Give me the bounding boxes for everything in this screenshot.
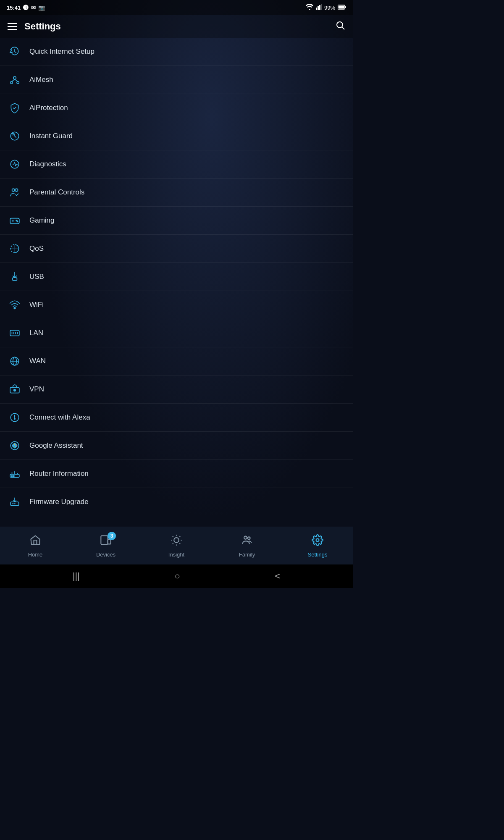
menu-item-firmware-upgrade[interactable]: Firmware Upgrade [0, 488, 353, 516]
menu-item-system-settings[interactable]: System Settings [0, 516, 353, 526]
svg-point-23 [17, 221, 18, 222]
nav-label-home: Home [28, 551, 43, 558]
menu-label-parental-controls: Parental Controls [29, 188, 84, 197]
svg-rect-5 [345, 6, 346, 8]
time-display: 15:41 [7, 5, 21, 11]
header: Settings [0, 15, 353, 38]
status-right: 99% [306, 4, 346, 11]
header-left: Settings [8, 21, 61, 32]
svg-rect-53 [108, 539, 111, 544]
menu-item-wan[interactable]: WAN [0, 347, 353, 375]
google-assistant-icon [8, 439, 21, 452]
battery-icon [338, 5, 346, 11]
aimesh-icon [8, 74, 21, 86]
menu-label-aiprotection: AiProtection [29, 104, 68, 112]
usb-icon [8, 270, 21, 283]
nav-item-family[interactable]: Family [212, 527, 282, 564]
svg-point-10 [10, 81, 13, 84]
diagnostics-icon [8, 158, 21, 171]
svg-rect-2 [319, 5, 320, 10]
signal-icon [316, 4, 322, 11]
svg-point-54 [174, 538, 179, 543]
parental-controls-icon [8, 186, 21, 199]
svg-line-12 [11, 79, 15, 81]
svg-rect-0 [316, 8, 317, 10]
menu-label-diagnostics: Diagnostics [29, 160, 66, 168]
svg-rect-1 [318, 6, 319, 10]
svg-point-15 [12, 134, 14, 135]
nav-item-devices[interactable]: 3 Devices [71, 527, 141, 564]
menu-item-lan[interactable]: LAN [0, 319, 353, 347]
router-info-icon [8, 467, 21, 480]
svg-point-25 [14, 307, 15, 309]
nav-label-settings: Settings [308, 551, 328, 558]
menu-label-wifi: WiFi [29, 301, 44, 309]
menu-item-aimesh[interactable]: AiMesh [0, 66, 353, 94]
wifi-status-icon [306, 4, 313, 11]
notification-icon-3: 📷 [38, 5, 45, 11]
page-title: Settings [24, 21, 61, 32]
svg-rect-3 [321, 4, 322, 10]
family-nav-icon [241, 534, 253, 549]
menu-label-wan: WAN [29, 357, 46, 365]
menu-label-connect-with-alexa: Connect with Alexa [29, 413, 90, 422]
svg-point-38 [10, 441, 19, 450]
menu-button[interactable] [8, 23, 17, 30]
notification-icon-2: ✉ [31, 5, 36, 11]
wan-icon [8, 355, 21, 368]
menu-label-lan: LAN [29, 329, 43, 337]
menu-item-vpn[interactable]: VPN [0, 375, 353, 404]
menu-item-google-assistant[interactable]: Google Assistant [0, 432, 353, 460]
svg-point-11 [17, 81, 19, 84]
svg-point-7 [337, 22, 343, 28]
notification-icon-1: 🅝 [23, 5, 29, 11]
vpn-icon [8, 383, 21, 396]
menu-item-gaming[interactable]: Gaming [0, 207, 353, 235]
menu-label-instant-guard: Instant Guard [29, 132, 73, 140]
menu-item-parental-controls[interactable]: Parental Controls [0, 178, 353, 207]
home-nav-icon [29, 534, 41, 549]
svg-point-55 [244, 536, 247, 539]
menu-item-qos[interactable]: QoS [0, 235, 353, 263]
instant-guard-icon [8, 130, 21, 142]
menu-item-aiprotection[interactable]: AiProtection [0, 94, 353, 122]
lan-icon [8, 327, 21, 339]
nav-badge-devices: 3 [108, 532, 116, 540]
system-settings-icon [8, 524, 21, 526]
recent-apps-button[interactable]: ||| [73, 571, 80, 582]
wifi-icon [8, 299, 21, 311]
svg-rect-6 [339, 5, 344, 8]
nav-label-insight: Insight [168, 551, 184, 558]
svg-point-56 [248, 537, 250, 539]
menu-item-connect-with-alexa[interactable]: Connect with Alexa [0, 404, 353, 432]
menu-item-quick-internet-setup[interactable]: Quick Internet Setup [0, 38, 353, 66]
svg-line-13 [15, 79, 18, 81]
android-nav-bar: ||| ○ < [0, 564, 353, 588]
menu-label-firmware-upgrade: Firmware Upgrade [29, 498, 89, 506]
settings-menu-list: Quick Internet Setup AiMesh AiProtection… [0, 38, 353, 526]
svg-point-9 [13, 76, 16, 79]
svg-point-41 [14, 444, 16, 445]
menu-item-router-information[interactable]: Router Information [0, 460, 353, 488]
status-bar: 15:41 🅝 ✉ 📷 99% [0, 0, 353, 15]
menu-label-aimesh: AiMesh [29, 76, 53, 84]
home-button[interactable]: ○ [175, 571, 180, 582]
menu-item-diagnostics[interactable]: Diagnostics [0, 150, 353, 178]
menu-item-usb[interactable]: USB [0, 263, 353, 291]
settings-nav-icon [312, 534, 323, 549]
svg-point-42 [14, 446, 16, 448]
nav-item-insight[interactable]: Insight [141, 527, 212, 564]
svg-rect-52 [101, 536, 108, 544]
nav-item-settings[interactable]: Settings [282, 527, 353, 564]
menu-label-vpn: VPN [29, 385, 44, 394]
back-button[interactable]: < [275, 571, 280, 582]
quick-setup-icon [8, 45, 21, 58]
svg-point-44 [11, 475, 12, 476]
menu-item-instant-guard[interactable]: Instant Guard [0, 122, 353, 150]
menu-item-wifi[interactable]: WiFi [0, 291, 353, 319]
menu-container: Quick Internet Setup AiMesh AiProtection… [0, 38, 353, 526]
nav-label-family: Family [239, 551, 255, 558]
menu-label-router-information: Router Information [29, 470, 89, 478]
search-button[interactable] [335, 20, 345, 33]
nav-item-home[interactable]: Home [0, 527, 71, 564]
